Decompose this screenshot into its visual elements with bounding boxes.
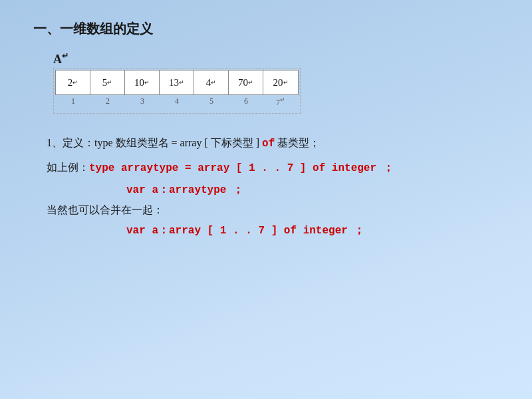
index-3: 3: [125, 96, 160, 108]
example-label: 如上例：: [47, 162, 89, 173]
def-label: 1、定义：type 数组类型名 = array [ 下标类型 ]: [47, 137, 262, 148]
array-values-row: 2↵ 5↵ 10↵ 13↵ 4↵ 70↵ 20↵: [56, 70, 298, 94]
array-diagram: A↵ 2↵ 5↵ 10↵ 13↵ 4↵ 70↵ 20↵ 1 2 3 4 5: [53, 51, 499, 114]
cell-2: 5↵: [90, 70, 125, 94]
cell-5: 4↵: [194, 70, 229, 94]
def-line-1: 1、定义：type 数组类型名 = array [ 下标类型 ] of 基类型；: [47, 134, 499, 153]
cell-6: 70↵: [229, 70, 263, 94]
index-4: 4: [160, 96, 194, 108]
of-keyword: of: [262, 138, 275, 150]
def-line-2: 如上例：type arraytype = array [ 1 . . 7 ] o…: [47, 158, 499, 178]
index-6: 6: [229, 96, 263, 108]
cell-3: 10↵: [125, 70, 160, 94]
slide-container: 一、一维数组的定义 A↵ 2↵ 5↵ 10↵ 13↵ 4↵ 70↵ 20↵ 1 …: [0, 0, 532, 399]
cell-4: 13↵: [160, 70, 194, 94]
index-2: 2: [90, 96, 125, 108]
var-line-1: var a：arraytype ；: [126, 184, 243, 196]
index-5: 5: [194, 96, 229, 108]
section-title: 一、一维数组的定义: [33, 20, 499, 38]
def-line-4: 当然也可以合并在一起：: [47, 201, 499, 219]
array-table: 2↵ 5↵ 10↵ 13↵ 4↵ 70↵ 20↵: [55, 70, 299, 95]
array-table-outer: 2↵ 5↵ 10↵ 13↵ 4↵ 70↵ 20↵ 1 2 3 4 5 6 7↵: [53, 68, 301, 114]
array-indices-row: 1 2 3 4 5 6 7↵: [55, 96, 299, 108]
index-1: 1: [56, 96, 90, 108]
cell-7: 20↵: [263, 70, 298, 94]
cell-1: 2↵: [56, 70, 90, 94]
example-code-1: type arraytype = array [ 1 . . 7 ] of in…: [89, 162, 394, 174]
def-line-5: var a：array [ 1 . . 7 ] of integer ；: [126, 223, 499, 237]
def-line-3: var a：arraytype ；: [126, 183, 499, 197]
def-suffix: 基类型；: [275, 137, 320, 148]
var-line-2: var a：array [ 1 . . 7 ] of integer ；: [126, 225, 364, 237]
content-area: 1、定义：type 数组类型名 = array [ 下标类型 ] of 基类型；…: [47, 134, 499, 237]
array-label: A↵: [53, 51, 499, 66]
index-7: 7↵: [263, 96, 298, 108]
